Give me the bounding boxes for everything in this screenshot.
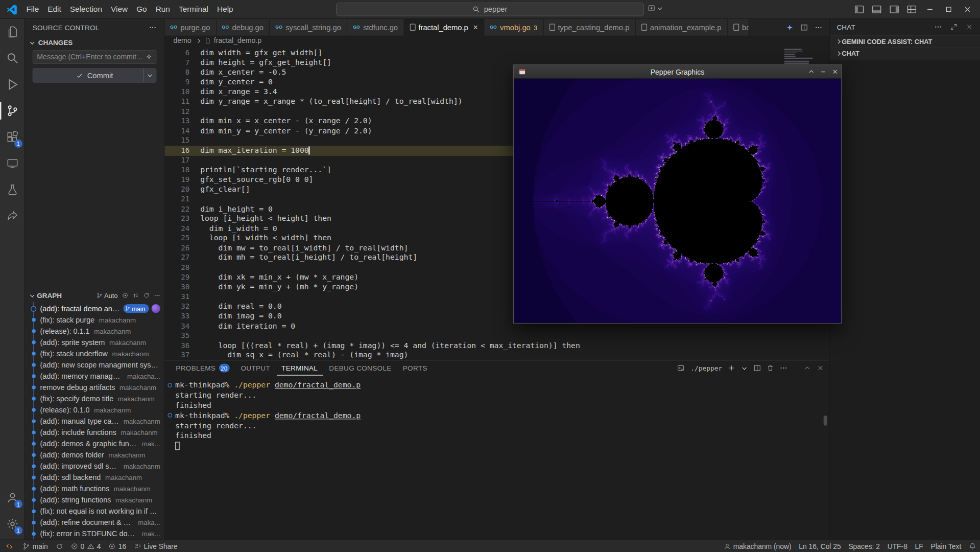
commit-item[interactable]: (add): math functionsmakachanm xyxy=(25,483,164,494)
panel-tab-problems[interactable]: PROBLEMS20 xyxy=(171,360,235,375)
tab-animation-example-p[interactable]: animation_example.p xyxy=(636,19,728,36)
commit-item[interactable]: (add): sprite systemmakachanm xyxy=(25,337,164,348)
commit-item[interactable]: (add): refine document & syntaxmaka... xyxy=(25,517,164,528)
graph-auto-toggle[interactable]: Auto xyxy=(97,292,117,300)
chat-more-actions-icon[interactable] xyxy=(935,23,942,31)
panel-tab-output[interactable]: OUTPUT xyxy=(236,360,275,375)
tab-debug-go[interactable]: GOdebug.go xyxy=(217,19,270,36)
terminal-scrollbar[interactable] xyxy=(824,416,827,426)
window-shade-button[interactable] xyxy=(805,65,817,79)
menu-view[interactable]: View xyxy=(106,3,132,15)
commit-item[interactable]: (add): demos foldermakachanm xyxy=(25,449,164,461)
terminal-file-link[interactable]: demo/fractal_demo.p xyxy=(275,411,361,420)
breadcrumb-folder[interactable]: demo xyxy=(173,37,191,44)
panel-tab-ports[interactable]: PORTS xyxy=(398,360,433,375)
editor-more-actions-icon[interactable] xyxy=(815,24,822,31)
breadcrumb-file[interactable]: fractal_demo.p xyxy=(214,37,261,44)
toggle-secondary-sidebar-icon[interactable] xyxy=(886,1,902,18)
panel-more-actions-icon[interactable] xyxy=(780,364,787,372)
commit-item[interactable]: (add): sdl backendmakachanm xyxy=(25,472,164,483)
window-maximize-button[interactable] xyxy=(940,0,958,18)
commit-item[interactable]: (add): improved sdl supportmakachanm xyxy=(25,461,164,472)
git-user-item[interactable]: makachanm (now) xyxy=(720,542,795,550)
commit-message-input[interactable] xyxy=(37,53,142,61)
graph-section-header[interactable]: GRAPH Auto xyxy=(25,289,164,302)
close-panel-icon[interactable] xyxy=(817,364,824,372)
chat-section-chat[interactable]: CHAT xyxy=(830,47,980,59)
source-control-more-icon[interactable] xyxy=(149,24,157,32)
chat-section-gemini[interactable]: GEMINI CODE ASSIST: CHAT xyxy=(830,35,980,47)
commit-item[interactable]: (add): new scope managment system... xyxy=(25,359,164,371)
language-mode-item[interactable]: Plain Text xyxy=(927,542,965,550)
expand-panel-icon[interactable] xyxy=(950,23,958,31)
pepper-graphics-window[interactable]: Pepper Graphics xyxy=(513,64,842,324)
commit-item[interactable]: remove debug artifactsmakachanm xyxy=(25,382,164,393)
indentation-item[interactable]: Spaces: 2 xyxy=(845,542,883,550)
activity-explorer[interactable] xyxy=(0,19,25,45)
target-icon[interactable] xyxy=(122,292,128,298)
terminal-name-label[interactable]: ./pepper xyxy=(690,364,722,372)
terminal-profile-dropdown-icon[interactable] xyxy=(742,365,747,370)
menu-go[interactable]: Go xyxy=(132,3,152,15)
menu-run[interactable]: Run xyxy=(151,3,174,15)
commit-item[interactable]: (add): demos & graphic functionsmak... xyxy=(25,438,164,449)
commit-dropdown-button[interactable] xyxy=(144,69,156,82)
customize-layout-icon[interactable] xyxy=(904,1,920,18)
activity-settings[interactable]: 1 xyxy=(0,511,25,537)
toggle-panel-icon[interactable] xyxy=(869,1,885,18)
git-branch-item[interactable]: main xyxy=(19,540,52,552)
tab-stdfunc-go[interactable]: GOstdfunc.go xyxy=(347,19,404,36)
activity-accounts[interactable]: 1 xyxy=(0,485,25,511)
commit-item[interactable]: (fix): error in STDFUNC documentmak... xyxy=(25,528,164,539)
activity-testing[interactable] xyxy=(0,176,25,202)
panel-tab-terminal[interactable]: TERMINAL xyxy=(276,360,323,375)
graph-more-icon[interactable] xyxy=(154,292,160,298)
new-terminal-icon[interactable] xyxy=(728,364,735,372)
pepper-close-button[interactable] xyxy=(829,65,841,79)
close-secondary-sidebar-icon[interactable] xyxy=(966,23,973,31)
kill-terminal-icon[interactable] xyxy=(767,364,774,372)
menu-terminal[interactable]: Terminal xyxy=(174,3,212,15)
command-center-extra-icon[interactable] xyxy=(648,5,663,12)
commit-item[interactable]: (release): 0.1.1makachanm xyxy=(25,326,164,337)
eol-item[interactable]: LF xyxy=(911,542,927,550)
tab-close-icon[interactable]: × xyxy=(473,22,478,32)
tab-syscall-string-go[interactable]: GOsyscall_string.go xyxy=(270,19,347,36)
window-minimize-button[interactable] xyxy=(921,0,939,18)
commit-item[interactable]: (add): string functionsmakachanm xyxy=(25,494,164,505)
terminal-launch-icon[interactable] xyxy=(677,364,685,372)
menu-help[interactable]: Help xyxy=(213,3,238,15)
activity-extensions[interactable]: 1 xyxy=(0,124,25,150)
tab-type-casting-demo-p[interactable]: type_casting_demo.p xyxy=(543,19,635,36)
notifications-bell[interactable] xyxy=(965,542,980,550)
menu-edit[interactable]: Edit xyxy=(43,3,66,15)
tab-fractal-demo-p[interactable]: fractal_demo.p× xyxy=(404,19,484,36)
command-decoration-icon[interactable] xyxy=(168,383,172,387)
activity-search[interactable] xyxy=(0,45,25,71)
terminal[interactable]: mk-thinkpad% ./pepper demo/fractal_demo.… xyxy=(164,376,829,540)
maximize-panel-icon[interactable] xyxy=(803,364,811,372)
command-decoration-icon[interactable] xyxy=(168,413,172,418)
activity-live-share[interactable] xyxy=(0,203,25,229)
activity-source-control[interactable] xyxy=(0,98,25,124)
tab-vmobj-go[interactable]: GOvmobj.go3 xyxy=(484,19,543,36)
split-editor-icon[interactable] xyxy=(800,24,808,31)
remote-indicator[interactable] xyxy=(0,540,19,552)
window-close-button[interactable] xyxy=(959,0,976,18)
terminal-file-link[interactable]: demo/fractal_demo.p xyxy=(275,380,361,389)
sync-changes-button[interactable] xyxy=(52,540,66,552)
commit-item[interactable]: (release): 0.1.0makachanm xyxy=(25,404,164,416)
live-share-button[interactable]: Live Share xyxy=(130,540,181,552)
tab-purge-go[interactable]: GOpurge.go xyxy=(164,19,216,36)
commit-item[interactable]: (add): memory managementmakacha... xyxy=(25,371,164,382)
pepper-window-titlebar[interactable]: Pepper Graphics xyxy=(514,65,841,79)
cursor-position-item[interactable]: Ln 16, Col 25 xyxy=(795,542,845,550)
commit-button[interactable]: Commit xyxy=(33,68,157,82)
changes-section-header[interactable]: CHANGES xyxy=(25,36,164,49)
commit-item[interactable]: (add): fractal demo and b...main xyxy=(25,303,164,314)
commit-item[interactable]: (fix): specify demo titlemakachanm xyxy=(25,393,164,404)
commit-item[interactable]: (fix): stack purgemakachanm xyxy=(25,314,164,326)
activity-run-and-debug[interactable] xyxy=(0,72,25,98)
counter-item[interactable]: 16 xyxy=(105,540,130,552)
activity-remote-explorer[interactable] xyxy=(0,150,25,176)
